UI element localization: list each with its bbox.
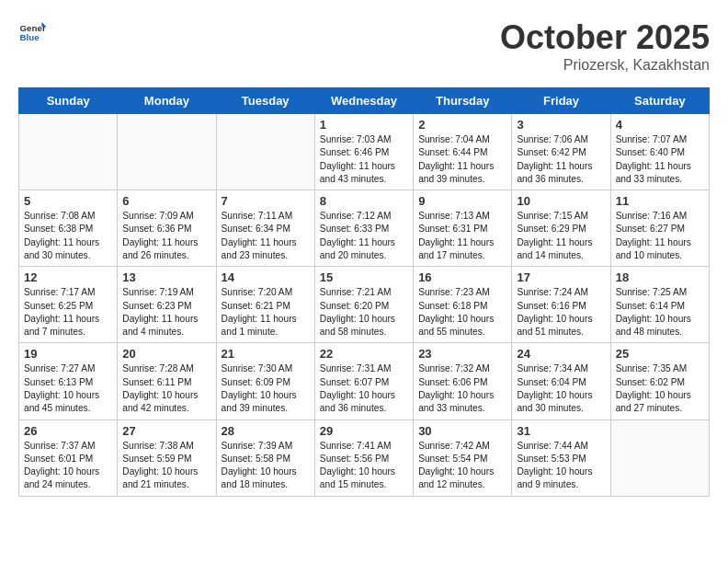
calendar-cell: 13Sunrise: 7:19 AM Sunset: 6:23 PM Dayli… — [118, 267, 216, 343]
day-number: 15 — [320, 270, 408, 284]
calendar-cell: 27Sunrise: 7:38 AM Sunset: 5:59 PM Dayli… — [118, 419, 216, 496]
svg-text:Blue: Blue — [20, 32, 40, 42]
title-block: October 2025 Priozersk, Kazakhstan — [500, 18, 710, 74]
calendar-cell — [610, 419, 709, 496]
day-number: 27 — [122, 424, 210, 438]
day-number: 31 — [517, 424, 605, 438]
calendar-week-row: 12Sunrise: 7:17 AM Sunset: 6:25 PM Dayli… — [19, 267, 710, 343]
day-info: Sunrise: 7:38 AM Sunset: 5:59 PM Dayligh… — [122, 440, 210, 492]
calendar-cell: 10Sunrise: 7:15 AM Sunset: 6:29 PM Dayli… — [512, 190, 610, 267]
day-info: Sunrise: 7:07 AM Sunset: 6:40 PM Dayligh… — [616, 133, 704, 186]
weekday-header-monday: Monday — [118, 88, 216, 114]
calendar-cell: 24Sunrise: 7:34 AM Sunset: 6:04 PM Dayli… — [512, 343, 610, 419]
calendar-cell: 5Sunrise: 7:08 AM Sunset: 6:38 PM Daylig… — [19, 190, 118, 267]
day-number: 26 — [24, 424, 112, 438]
day-info: Sunrise: 7:15 AM Sunset: 6:29 PM Dayligh… — [517, 210, 605, 262]
day-number: 11 — [616, 194, 704, 208]
day-number: 5 — [24, 194, 112, 208]
day-info: Sunrise: 7:28 AM Sunset: 6:11 PM Dayligh… — [122, 362, 210, 415]
day-number: 1 — [320, 118, 408, 132]
day-number: 19 — [24, 347, 112, 361]
day-info: Sunrise: 7:44 AM Sunset: 5:53 PM Dayligh… — [517, 440, 605, 492]
calendar-cell: 9Sunrise: 7:13 AM Sunset: 6:31 PM Daylig… — [414, 190, 512, 267]
day-info: Sunrise: 7:31 AM Sunset: 6:07 PM Dayligh… — [320, 362, 408, 415]
calendar-cell: 14Sunrise: 7:20 AM Sunset: 6:21 PM Dayli… — [216, 267, 314, 343]
calendar-cell: 22Sunrise: 7:31 AM Sunset: 6:07 PM Dayli… — [314, 343, 413, 419]
calendar-cell — [118, 114, 216, 190]
calendar-week-row: 19Sunrise: 7:27 AM Sunset: 6:13 PM Dayli… — [19, 343, 710, 419]
day-info: Sunrise: 7:23 AM Sunset: 6:18 PM Dayligh… — [418, 286, 506, 339]
logo-icon: General Blue — [18, 18, 46, 46]
day-info: Sunrise: 7:12 AM Sunset: 6:33 PM Dayligh… — [320, 210, 408, 262]
day-info: Sunrise: 7:32 AM Sunset: 6:06 PM Dayligh… — [418, 362, 506, 415]
day-number: 2 — [418, 118, 506, 132]
day-number: 25 — [616, 347, 704, 361]
day-info: Sunrise: 7:41 AM Sunset: 5:56 PM Dayligh… — [320, 440, 408, 492]
weekday-header-row: SundayMondayTuesdayWednesdayThursdayFrid… — [19, 88, 710, 114]
weekday-header-thursday: Thursday — [414, 88, 512, 114]
day-info: Sunrise: 7:08 AM Sunset: 6:38 PM Dayligh… — [24, 210, 112, 262]
day-number: 3 — [517, 118, 605, 132]
day-number: 30 — [418, 424, 506, 438]
day-info: Sunrise: 7:06 AM Sunset: 6:42 PM Dayligh… — [517, 133, 605, 186]
day-info: Sunrise: 7:25 AM Sunset: 6:14 PM Dayligh… — [616, 286, 704, 339]
calendar-cell: 1Sunrise: 7:03 AM Sunset: 6:46 PM Daylig… — [314, 114, 413, 190]
day-info: Sunrise: 7:27 AM Sunset: 6:13 PM Dayligh… — [24, 362, 112, 415]
weekday-header-sunday: Sunday — [19, 88, 118, 114]
day-info: Sunrise: 7:17 AM Sunset: 6:25 PM Dayligh… — [24, 286, 112, 339]
calendar-cell: 15Sunrise: 7:21 AM Sunset: 6:20 PM Dayli… — [314, 267, 413, 343]
calendar-cell: 20Sunrise: 7:28 AM Sunset: 6:11 PM Dayli… — [118, 343, 216, 419]
day-number: 6 — [122, 194, 210, 208]
day-number: 10 — [517, 194, 605, 208]
day-number: 21 — [222, 347, 310, 361]
day-info: Sunrise: 7:09 AM Sunset: 6:36 PM Dayligh… — [122, 210, 210, 262]
day-number: 22 — [320, 347, 408, 361]
calendar-cell: 2Sunrise: 7:04 AM Sunset: 6:44 PM Daylig… — [414, 114, 512, 190]
day-number: 18 — [616, 270, 704, 284]
day-number: 14 — [222, 270, 310, 284]
calendar-cell: 17Sunrise: 7:24 AM Sunset: 6:16 PM Dayli… — [512, 267, 610, 343]
calendar-cell: 19Sunrise: 7:27 AM Sunset: 6:13 PM Dayli… — [19, 343, 118, 419]
weekday-header-saturday: Saturday — [610, 88, 709, 114]
day-number: 4 — [616, 118, 704, 132]
day-number: 8 — [320, 194, 408, 208]
location-title: Priozersk, Kazakhstan — [500, 57, 710, 74]
day-info: Sunrise: 7:11 AM Sunset: 6:34 PM Dayligh… — [222, 210, 310, 262]
day-info: Sunrise: 7:35 AM Sunset: 6:02 PM Dayligh… — [616, 362, 704, 415]
day-number: 9 — [418, 194, 506, 208]
calendar-cell: 25Sunrise: 7:35 AM Sunset: 6:02 PM Dayli… — [610, 343, 709, 419]
page-header: General Blue October 2025 Priozersk, Kaz… — [18, 18, 710, 74]
calendar-cell: 11Sunrise: 7:16 AM Sunset: 6:27 PM Dayli… — [610, 190, 709, 267]
calendar-cell: 26Sunrise: 7:37 AM Sunset: 6:01 PM Dayli… — [19, 419, 118, 496]
day-number: 28 — [222, 424, 310, 438]
day-info: Sunrise: 7:34 AM Sunset: 6:04 PM Dayligh… — [517, 362, 605, 415]
day-number: 13 — [122, 270, 210, 284]
day-number: 29 — [320, 424, 408, 438]
day-number: 7 — [222, 194, 310, 208]
weekday-header-wednesday: Wednesday — [314, 88, 413, 114]
day-number: 17 — [517, 270, 605, 284]
calendar-cell: 28Sunrise: 7:39 AM Sunset: 5:58 PM Dayli… — [216, 419, 314, 496]
day-info: Sunrise: 7:04 AM Sunset: 6:44 PM Dayligh… — [418, 133, 506, 186]
day-info: Sunrise: 7:19 AM Sunset: 6:23 PM Dayligh… — [122, 286, 210, 339]
calendar-cell: 29Sunrise: 7:41 AM Sunset: 5:56 PM Dayli… — [314, 419, 413, 496]
calendar-cell: 21Sunrise: 7:30 AM Sunset: 6:09 PM Dayli… — [216, 343, 314, 419]
day-info: Sunrise: 7:39 AM Sunset: 5:58 PM Dayligh… — [222, 440, 310, 492]
day-info: Sunrise: 7:03 AM Sunset: 6:46 PM Dayligh… — [320, 133, 408, 186]
weekday-header-tuesday: Tuesday — [216, 88, 314, 114]
calendar-cell: 4Sunrise: 7:07 AM Sunset: 6:40 PM Daylig… — [610, 114, 709, 190]
day-number: 16 — [418, 270, 506, 284]
day-info: Sunrise: 7:21 AM Sunset: 6:20 PM Dayligh… — [320, 286, 408, 339]
calendar-cell: 16Sunrise: 7:23 AM Sunset: 6:18 PM Dayli… — [414, 267, 512, 343]
day-number: 20 — [122, 347, 210, 361]
calendar-cell: 23Sunrise: 7:32 AM Sunset: 6:06 PM Dayli… — [414, 343, 512, 419]
calendar-cell: 6Sunrise: 7:09 AM Sunset: 6:36 PM Daylig… — [118, 190, 216, 267]
day-info: Sunrise: 7:13 AM Sunset: 6:31 PM Dayligh… — [418, 210, 506, 262]
calendar-cell: 12Sunrise: 7:17 AM Sunset: 6:25 PM Dayli… — [19, 267, 118, 343]
weekday-header-friday: Friday — [512, 88, 610, 114]
day-info: Sunrise: 7:24 AM Sunset: 6:16 PM Dayligh… — [517, 286, 605, 339]
calendar-cell: 31Sunrise: 7:44 AM Sunset: 5:53 PM Dayli… — [512, 419, 610, 496]
calendar-table: SundayMondayTuesdayWednesdayThursdayFrid… — [18, 87, 710, 497]
day-number: 23 — [418, 347, 506, 361]
day-info: Sunrise: 7:42 AM Sunset: 5:54 PM Dayligh… — [418, 440, 506, 492]
